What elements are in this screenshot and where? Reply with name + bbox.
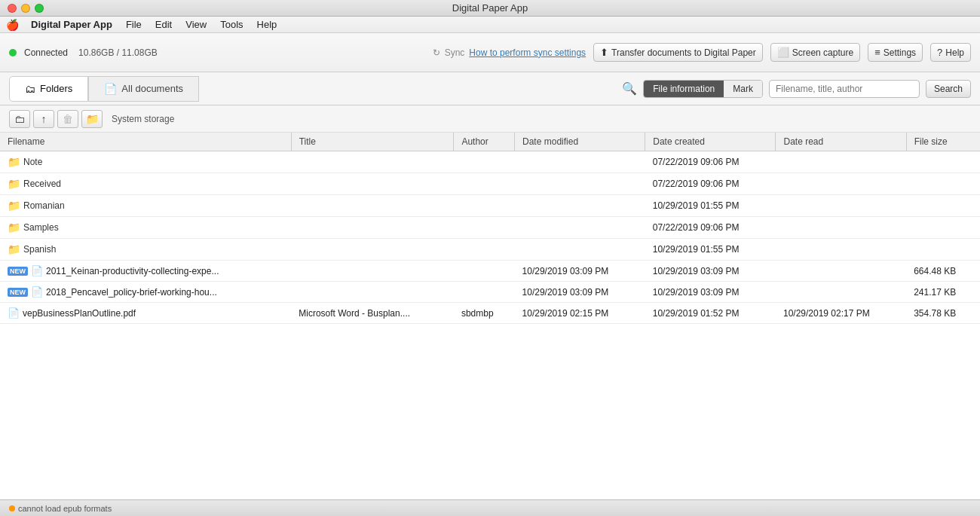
- table-row[interactable]: NEW 📄 2011_Keinan-productivity-collectin…: [0, 261, 980, 282]
- folder-size: [906, 217, 980, 239]
- file-author: sbdmbp: [454, 303, 515, 324]
- traffic-lights: [8, 4, 44, 13]
- search-button[interactable]: Search: [926, 80, 971, 98]
- folder-icon: 📁: [8, 221, 20, 234]
- folder-icon: 📁: [8, 156, 20, 168]
- delete-button[interactable]: 🗑: [57, 110, 78, 128]
- new-badge: NEW: [8, 267, 28, 276]
- folder-icon: 📁: [8, 243, 20, 255]
- folder-name: 📁 Note: [0, 151, 291, 173]
- search-icon[interactable]: 🔍: [622, 81, 637, 96]
- folder-author: [454, 239, 515, 261]
- folder-name: 📁 Received: [0, 173, 291, 195]
- sync-area: ↻ Sync How to perform sync settings: [433, 47, 586, 58]
- file-title: [291, 282, 454, 303]
- storage-info: 10.86GB / 11.08GB: [78, 47, 158, 58]
- screen-capture-button[interactable]: ⬜ Screen capture: [770, 43, 860, 62]
- folder-date-read: [776, 151, 906, 173]
- menubar-tools[interactable]: Tools: [214, 17, 249, 32]
- new-folder-button[interactable]: 🗀: [9, 110, 30, 128]
- menubar-view[interactable]: View: [179, 17, 213, 32]
- nav-tabs-bar: 🗂 Folders 📄 All documents 🔍 File informa…: [0, 72, 980, 105]
- file-list: Filename Title Author Date modified Date…: [0, 133, 980, 516]
- transfer-label: Transfer documents to Digital Paper: [611, 47, 756, 58]
- sync-label: Sync: [445, 47, 465, 58]
- file-icon: 📄: [31, 286, 43, 298]
- settings-icon: ≡: [874, 47, 880, 58]
- file-size: 241.17 KB: [906, 282, 980, 303]
- table-row[interactable]: 📁 Samples 07/22/2019 09:06 PM: [0, 217, 980, 239]
- file-date-created: 10/29/2019 01:52 PM: [645, 303, 776, 324]
- col-header-date-read: Date read: [776, 133, 906, 151]
- folder-name: 📁 Spanish: [0, 239, 291, 261]
- file-date-read: 10/29/2019 02:17 PM: [776, 303, 906, 324]
- maximize-button[interactable]: [35, 4, 44, 13]
- help-label: Help: [945, 47, 964, 58]
- table-row[interactable]: 📁 Romanian 10/29/2019 01:55 PM: [0, 195, 980, 217]
- sync-icon: ↻: [433, 47, 440, 58]
- folder-title: [291, 151, 454, 173]
- menubar-file[interactable]: File: [120, 17, 148, 32]
- file-date-created: 10/29/2019 03:09 PM: [645, 261, 776, 282]
- storage-label: System storage: [112, 114, 174, 124]
- file-name: 📄 vepBusinessPlanOutline.pdf: [0, 303, 291, 324]
- all-docs-tab-label: All documents: [121, 83, 183, 94]
- table-row[interactable]: 📁 Note 07/22/2019 09:06 PM: [0, 151, 980, 173]
- search-input[interactable]: [769, 80, 920, 98]
- menubar-edit[interactable]: Edit: [149, 17, 178, 32]
- folder-name: 📁 Romanian: [0, 195, 291, 217]
- folder-date-created: 07/22/2019 09:06 PM: [645, 173, 776, 195]
- file-title: [291, 261, 454, 282]
- file-name: NEW 📄 2018_Pencavel_policy-brief-working…: [0, 282, 291, 303]
- action-bar: 🗀 ↑ 🗑 📁 System storage: [0, 105, 980, 133]
- menubar-app-name[interactable]: Digital Paper App: [25, 17, 118, 32]
- folder-date-modified: [515, 173, 645, 195]
- window-title: Digital Paper App: [452, 2, 528, 14]
- file-size: 664.48 KB: [906, 261, 980, 282]
- screen-capture-label: Screen capture: [792, 47, 853, 58]
- table-row[interactable]: 📁 Spanish 10/29/2019 01:55 PM: [0, 239, 980, 261]
- folder-title: [291, 173, 454, 195]
- folder-icon: 📁: [8, 178, 20, 190]
- folder-date-read: [776, 195, 906, 217]
- help-button[interactable]: ? Help: [930, 43, 971, 62]
- statusbar-content: cannot load epub formats: [9, 504, 112, 513]
- sync-settings-link[interactable]: How to perform sync settings: [469, 47, 586, 58]
- settings-button[interactable]: ≡ Settings: [868, 43, 923, 62]
- table-row[interactable]: 📁 Received 07/22/2019 09:06 PM: [0, 173, 980, 195]
- tab-all-documents[interactable]: 📄 All documents: [88, 76, 199, 102]
- folder-name: 📁 Samples: [0, 217, 291, 239]
- transfer-icon: ⬆: [600, 47, 608, 58]
- file-size: 354.78 KB: [906, 303, 980, 324]
- warning-dot: [9, 505, 15, 511]
- file-table: Filename Title Author Date modified Date…: [0, 133, 980, 324]
- tab-folders[interactable]: 🗂 Folders: [9, 76, 88, 102]
- file-date-read: [776, 282, 906, 303]
- all-docs-tab-icon: 📄: [104, 83, 117, 95]
- folder-date-created: 07/22/2019 09:06 PM: [645, 217, 776, 239]
- close-button[interactable]: [8, 4, 17, 13]
- move-button[interactable]: 📁: [81, 110, 103, 128]
- search-toggle-file-info[interactable]: File information: [644, 81, 724, 97]
- table-row[interactable]: 📄 vepBusinessPlanOutline.pdf Microsoft W…: [0, 303, 980, 324]
- transfer-button[interactable]: ⬆ Transfer documents to Digital Paper: [593, 43, 763, 62]
- help-icon: ?: [937, 47, 942, 58]
- export-button[interactable]: ↑: [33, 110, 54, 128]
- delete-icon: 🗑: [63, 113, 73, 125]
- menubar-help[interactable]: Help: [251, 17, 283, 32]
- col-header-author: Author: [454, 133, 515, 151]
- search-toggle-mark[interactable]: Mark: [724, 81, 762, 97]
- col-header-date-modified: Date modified: [515, 133, 645, 151]
- col-header-filename: Filename: [0, 133, 291, 151]
- file-icon: 📄: [8, 307, 20, 319]
- apple-menu[interactable]: 🍎: [6, 19, 19, 31]
- file-date-modified: 10/29/2019 02:15 PM: [515, 303, 645, 324]
- folder-date-created: 10/29/2019 01:55 PM: [645, 239, 776, 261]
- table-row[interactable]: NEW 📄 2018_Pencavel_policy-brief-working…: [0, 282, 980, 303]
- folder-size: [906, 239, 980, 261]
- folder-author: [454, 151, 515, 173]
- minimize-button[interactable]: [21, 4, 30, 13]
- file-date-read: [776, 261, 906, 282]
- col-header-date-created: Date created: [645, 133, 776, 151]
- menubar: 🍎 Digital Paper App File Edit View Tools…: [0, 17, 980, 33]
